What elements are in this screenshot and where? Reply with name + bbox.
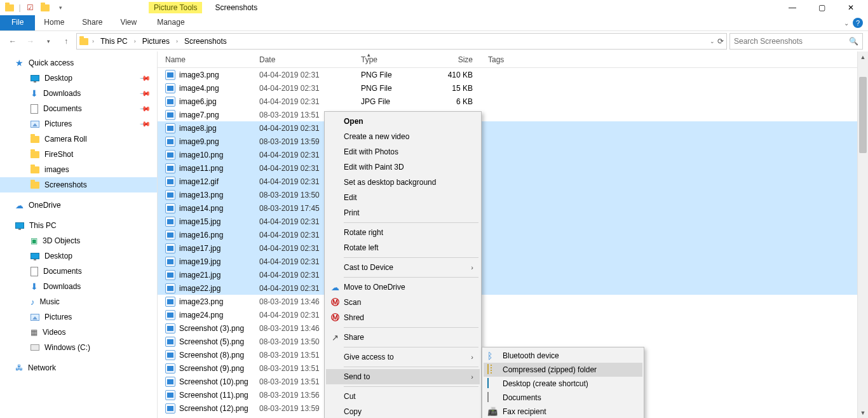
ctx-rotate-right[interactable]: Rotate right: [326, 225, 480, 240]
nav-downloads2[interactable]: ⬇Downloads: [0, 279, 157, 294]
ribbon-tab-manage[interactable]: Manage: [148, 15, 193, 30]
ctx-open[interactable]: Open: [326, 114, 480, 129]
ctx-share[interactable]: ↗Share: [326, 330, 480, 345]
file-row[interactable]: image19.jpg04-04-2019 02:31: [158, 255, 868, 268]
forward-button[interactable]: →: [23, 34, 38, 49]
qat-folder-icon[interactable]: [3, 1, 17, 15]
sendto-fax[interactable]: 📠Fax recipient: [484, 405, 642, 418]
ctx-print[interactable]: Print: [326, 205, 480, 220]
ctx-rotate-left[interactable]: Rotate left: [326, 240, 480, 255]
qat-newfolder-icon[interactable]: [38, 1, 52, 15]
nav-pictures[interactable]: Pictures📌: [0, 116, 157, 131]
column-type[interactable]: Type: [353, 55, 430, 64]
file-row[interactable]: image12.gif04-04-2019 02:31: [158, 175, 868, 188]
ctx-scan[interactable]: ⓂScan: [326, 295, 480, 310]
vertical-scrollbar[interactable]: ▲ ▼: [857, 51, 868, 418]
scroll-up-icon[interactable]: ▲: [858, 51, 868, 62]
help-icon[interactable]: ?: [853, 18, 863, 28]
file-row[interactable]: image8.jpg04-04-2019 02:31: [158, 121, 868, 135]
address-bar[interactable]: › This PC › Pictures › Screenshots ⌄ ⟳: [76, 33, 727, 50]
nav-pictures2[interactable]: Pictures: [0, 309, 157, 325]
ribbon-tab-home[interactable]: Home: [35, 15, 73, 30]
ctx-cut[interactable]: Cut: [326, 389, 480, 404]
ribbon-tab-file[interactable]: File: [0, 15, 35, 30]
ctx-edit[interactable]: Edit: [326, 190, 480, 205]
nav-videos[interactable]: ▦Videos: [0, 325, 157, 340]
sendto-documents[interactable]: Documents: [484, 391, 642, 405]
nav-music[interactable]: ♪Music: [0, 294, 157, 309]
nav-cdrive[interactable]: Windows (C:): [0, 340, 157, 355]
nav-documents2[interactable]: Documents: [0, 264, 157, 279]
ctx-copy[interactable]: Copy: [326, 404, 480, 418]
up-button[interactable]: ↑: [58, 34, 74, 49]
file-row[interactable]: Screenshot (3).png08-03-2019 13:46: [158, 321, 868, 335]
sendto-compressed[interactable]: Compressed (zipped) folder: [484, 363, 642, 377]
nav-quick-access[interactable]: ★Quick access: [0, 55, 157, 71]
file-row[interactable]: image24.png04-04-2019 02:31: [158, 308, 868, 321]
search-icon[interactable]: 🔍: [849, 37, 858, 46]
addressbar-dropdown-icon[interactable]: ⌄: [710, 38, 715, 44]
search-box[interactable]: 🔍: [729, 33, 863, 50]
nav-this-pc[interactable]: This PC: [0, 218, 157, 233]
ctx-send-to[interactable]: Send to›: [326, 369, 480, 384]
file-row[interactable]: image7.png08-03-2019 13:51: [158, 108, 868, 121]
back-button[interactable]: ←: [5, 34, 20, 49]
file-row[interactable]: image10.png04-04-2019 02:31: [158, 148, 868, 161]
sendto-desktop-shortcut[interactable]: Desktop (create shortcut): [484, 377, 642, 391]
file-row[interactable]: Screenshot (5).png08-03-2019 13:50: [158, 335, 868, 348]
column-tags[interactable]: Tags: [480, 55, 531, 64]
ctx-create-video[interactable]: Create a new video: [326, 129, 480, 144]
file-row[interactable]: image9.png08-03-2019 13:59: [158, 135, 868, 148]
column-name[interactable]: Name: [158, 55, 252, 64]
nav-fireshot[interactable]: FireShot: [0, 147, 157, 162]
scroll-down-icon[interactable]: ▼: [858, 407, 868, 418]
qat-properties-icon[interactable]: ☑: [23, 1, 37, 15]
ctx-give-access[interactable]: Give access to›: [326, 349, 480, 365]
ribbon-expand-icon[interactable]: ⌄: [844, 20, 849, 27]
ctx-cast[interactable]: Cast to Device›: [326, 260, 480, 275]
maximize-button[interactable]: ▢: [807, 0, 836, 15]
nav-downloads[interactable]: ⬇Downloads📌: [0, 86, 157, 101]
nav-screenshots[interactable]: Screenshots: [0, 177, 157, 192]
file-row[interactable]: image22.jpg04-04-2019 02:31: [158, 281, 868, 295]
ctx-set-background[interactable]: Set as desktop background: [326, 175, 480, 190]
file-row[interactable]: image21.jpg04-04-2019 02:31: [158, 268, 868, 281]
nav-camera-roll[interactable]: Camera Roll: [0, 131, 157, 147]
file-row[interactable]: image11.png04-04-2019 02:31: [158, 161, 868, 175]
nav-onedrive[interactable]: ☁OneDrive: [0, 198, 157, 213]
chevron-right-icon[interactable]: ›: [91, 38, 95, 44]
recent-locations-icon[interactable]: ▾: [41, 34, 56, 49]
ribbon-tab-share[interactable]: Share: [73, 15, 111, 30]
file-row[interactable]: image4.png04-04-2019 02:31PNG File15 KB: [158, 81, 868, 95]
file-row[interactable]: image6.jpg04-04-2019 02:31JPG File6 KB: [158, 95, 868, 108]
file-row[interactable]: image13.png08-03-2019 13:50: [158, 188, 868, 201]
file-row[interactable]: image23.png08-03-2019 13:46: [158, 295, 868, 308]
file-row[interactable]: image14.png08-03-2019 17:45: [158, 201, 868, 215]
breadcrumb-pictures[interactable]: Pictures: [140, 37, 172, 46]
nav-images[interactable]: images: [0, 162, 157, 177]
ctx-move-onedrive[interactable]: ☁Move to OneDrive: [326, 280, 480, 295]
nav-network[interactable]: 🖧Network: [0, 360, 157, 375]
breadcrumb-thispc[interactable]: This PC: [98, 37, 130, 46]
ctx-edit-paint3d[interactable]: Edit with Paint 3D: [326, 159, 480, 175]
file-row[interactable]: image15.jpg04-04-2019 02:31: [158, 215, 868, 228]
nav-3d-objects[interactable]: ▣3D Objects: [0, 233, 157, 248]
refresh-icon[interactable]: ⟳: [717, 37, 724, 46]
ribbon-tab-view[interactable]: View: [111, 15, 146, 30]
ctx-edit-photos[interactable]: Edit with Photos: [326, 144, 480, 159]
ctx-shred[interactable]: ⓂShred: [326, 310, 480, 325]
minimize-button[interactable]: —: [778, 0, 807, 15]
file-row[interactable]: image17.jpg04-04-2019 02:31: [158, 241, 868, 255]
search-input[interactable]: [734, 37, 849, 46]
column-size[interactable]: Size: [430, 55, 480, 64]
column-date[interactable]: Date: [252, 55, 353, 64]
scrollbar-thumb[interactable]: [859, 77, 867, 153]
chevron-right-icon[interactable]: ›: [175, 38, 179, 44]
sendto-bluetooth[interactable]: ᛒBluetooth device: [484, 349, 642, 363]
nav-documents[interactable]: Documents📌: [0, 101, 157, 116]
chevron-right-icon[interactable]: ›: [133, 38, 137, 44]
nav-desktop[interactable]: Desktop📌: [0, 71, 157, 86]
file-row[interactable]: image3.png04-04-2019 02:31PNG File410 KB: [158, 68, 868, 81]
file-row[interactable]: image16.png04-04-2019 02:31: [158, 228, 868, 241]
qat-customize-icon[interactable]: ▾: [53, 1, 67, 15]
